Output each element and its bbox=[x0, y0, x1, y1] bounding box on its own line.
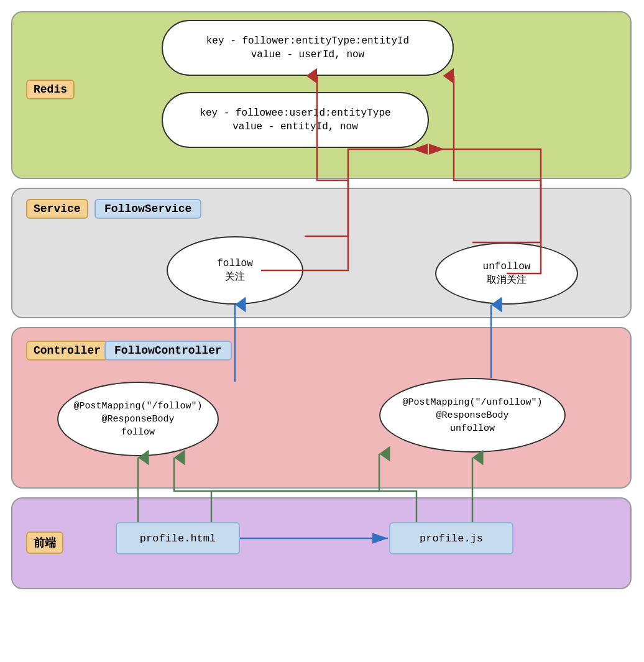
unfollow-controller-node: @PostMapping("/unfollow") @ResponseBody … bbox=[379, 378, 566, 453]
follow-service-node: follow 关注 bbox=[167, 236, 303, 305]
profile-html-node: profile.html bbox=[116, 522, 240, 554]
profile-js-node: profile.js bbox=[389, 522, 513, 554]
redis-label: Redis bbox=[26, 80, 75, 99]
frontend-layer bbox=[11, 497, 632, 589]
redis-key1-node: key - follower:entityType:entityId value… bbox=[162, 20, 454, 76]
frontend-label: 前端 bbox=[26, 531, 63, 554]
follow-controller-label: FollowController bbox=[104, 341, 232, 361]
service-label: Service bbox=[26, 199, 88, 219]
controller-label: Controller bbox=[26, 341, 108, 361]
unfollow-service-node: unfollow 取消关注 bbox=[435, 242, 578, 305]
redis-key2-node: key - followee:userId:entityType value -… bbox=[162, 92, 429, 148]
follow-controller-node: @PostMapping("/follow") @ResponseBody fo… bbox=[57, 382, 219, 456]
follow-service-label: FollowService bbox=[94, 199, 201, 219]
